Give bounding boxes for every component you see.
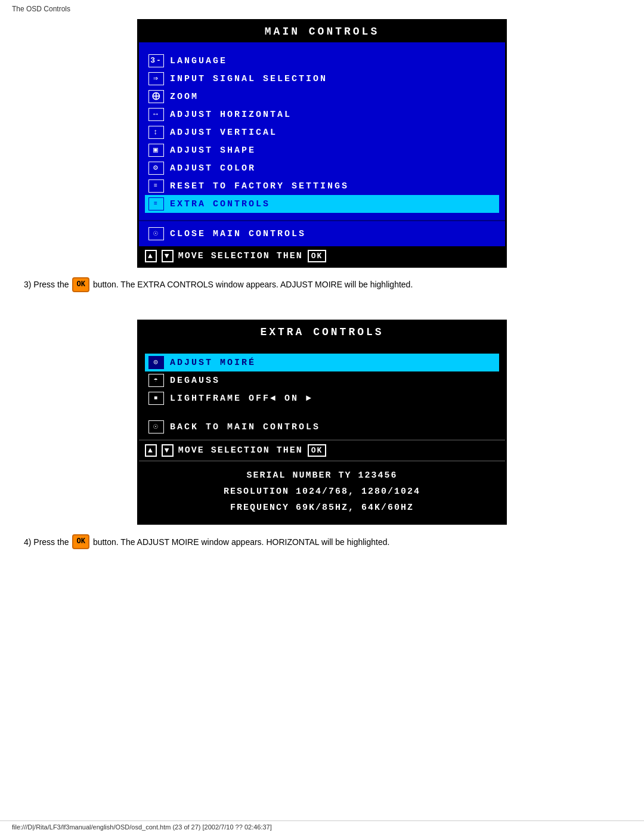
- serial-number: SERIAL NUMBER TY 123456: [143, 467, 501, 484]
- footer-text: file:///D|/Rita/LF3/lf3manual/english/OS…: [12, 823, 272, 831]
- back-icon: ☉: [148, 420, 164, 433]
- extra-controls-panel: EXTRA CONTROLS ◎ ADJUST MOIRÉ ☂ DEGAUSS …: [137, 320, 507, 525]
- main-controls-title: MAIN CONTROLS: [139, 21, 505, 42]
- horizontal-icon: ↔: [148, 108, 164, 121]
- extra-controls-bottom: ▲ ▼ MOVE SELECTION THEN OK: [139, 439, 505, 460]
- menu-item-lightframe: ■ LIGHTFRAME OFF◄ ON ►: [145, 389, 499, 407]
- instruction-3: 3) Press the OK button. The EXTRA CONTRO…: [24, 277, 620, 292]
- shape-icon: ▣: [148, 144, 164, 157]
- ok-button-inline-3: OK: [72, 277, 89, 292]
- extra-icon: ≡: [148, 197, 164, 210]
- menu-item-zoom: ⨁ ZOOM: [145, 88, 499, 106]
- degauss-icon: ☂: [148, 374, 164, 387]
- frequency: FREQUENCY 69K/85HZ, 64K/60HZ: [143, 500, 501, 516]
- menu-item-horizontal: ↔ ADJUST HORIZONTAL: [145, 106, 499, 123]
- menu-item-factory: ≡ RESET TO FACTORY SETTINGS: [145, 177, 499, 195]
- close-main-item: ☉ CLOSE MAIN CONTROLS: [145, 225, 499, 243]
- ok-icon-main: OK: [308, 250, 327, 262]
- vertical-icon: ↕: [148, 126, 164, 139]
- instruction-4-prefix: 4) Press the: [24, 535, 69, 549]
- menu-item-vertical: ↕ ADJUST VERTICAL: [145, 123, 499, 141]
- menu-item-extra: ≡ EXTRA CONTROLS: [145, 195, 499, 213]
- factory-icon: ≡: [148, 179, 164, 193]
- close-section: ☉ CLOSE MAIN CONTROLS: [139, 220, 505, 246]
- menu-item-shape: ▣ ADJUST SHAPE: [145, 141, 499, 159]
- extra-controls-body: ◎ ADJUST MOIRÉ ☂ DEGAUSS ■ LIGHTFRAME OF…: [139, 343, 505, 414]
- arrow-down-icon-extra: ▼: [162, 444, 174, 457]
- zoom-icon: ⨁: [148, 90, 164, 103]
- serial-info: SERIAL NUMBER TY 123456 RESOLUTION 1024/…: [139, 460, 505, 523]
- back-section: ☉ BACK TO MAIN CONTROLS: [139, 414, 505, 439]
- ok-button-inline-4: OK: [72, 534, 89, 549]
- bottom-label-extra: MOVE SELECTION THEN: [178, 445, 303, 456]
- instruction-3-suffix: button. The EXTRA CONTROLS window appear…: [93, 278, 413, 291]
- arrow-up-icon: ▲: [145, 250, 157, 262]
- menu-item-degauss: ☂ DEGAUSS: [145, 371, 499, 389]
- arrow-up-icon-extra: ▲: [145, 444, 157, 457]
- menu-item-moire: ◎ ADJUST MOIRÉ: [145, 354, 499, 371]
- menu-item-input: ⇒ INPUT SIGNAL SELECTION: [145, 70, 499, 88]
- instruction-4-suffix: button. The ADJUST MOIRE window appears.…: [93, 535, 389, 549]
- language-icon: 3-: [148, 54, 164, 67]
- footer: file:///D|/Rita/LF3/lf3manual/english/OS…: [0, 820, 644, 833]
- color-icon: ⚙: [148, 162, 164, 175]
- close-icon: ☉: [148, 227, 164, 240]
- main-controls-bottom: ▲ ▼ MOVE SELECTION THEN OK: [139, 246, 505, 266]
- bottom-label-main: MOVE SELECTION THEN: [178, 251, 303, 261]
- moire-icon: ◎: [148, 356, 164, 369]
- menu-item-color: ⚙ ADJUST COLOR: [145, 159, 499, 177]
- resolution: RESOLUTION 1024/768, 1280/1024: [143, 484, 501, 500]
- ok-icon-extra: OK: [308, 444, 327, 457]
- lightframe-icon: ■: [148, 392, 164, 405]
- instruction-3-prefix: 3) Press the: [24, 278, 69, 291]
- arrow-down-icon: ▼: [162, 250, 174, 262]
- main-controls-panel: MAIN CONTROLS 3- LANGUAGE ⇒ INPUT SIGNAL…: [137, 19, 507, 268]
- extra-controls-title: EXTRA CONTROLS: [139, 321, 505, 343]
- page-title: The OSD Controls: [12, 5, 632, 13]
- input-icon: ⇒: [148, 72, 164, 85]
- back-main-item: ☉ BACK TO MAIN CONTROLS: [145, 418, 499, 436]
- menu-item-language: 3- LANGUAGE: [145, 52, 499, 70]
- main-controls-body: 3- LANGUAGE ⇒ INPUT SIGNAL SELECTION ⨁ Z…: [139, 42, 505, 220]
- instruction-4: 4) Press the OK button. The ADJUST MOIRE…: [24, 534, 620, 549]
